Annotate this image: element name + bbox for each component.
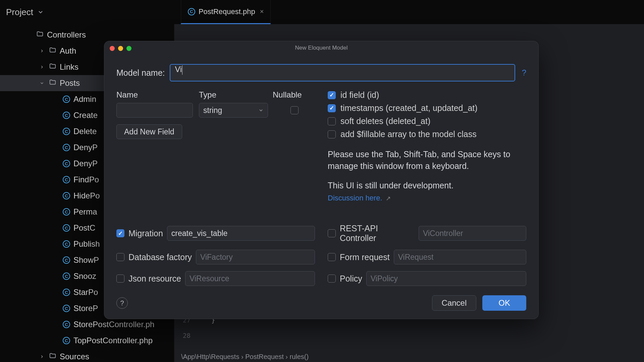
dev-note: This UI is still under development. (328, 181, 526, 190)
policy-checkbox[interactable] (328, 275, 336, 283)
dialog-title: New Eloquent Model (295, 45, 348, 51)
chevron-right-icon[interactable] (38, 65, 46, 69)
tree-item-controllers[interactable]: Controllers (0, 27, 174, 43)
timestamps-checkbox[interactable] (328, 104, 336, 112)
policy-input[interactable] (366, 271, 526, 286)
field-name-input[interactable] (116, 103, 193, 118)
window-controls[interactable] (110, 46, 131, 51)
breadcrumb[interactable]: \App\Http\Requests › PostRequest › rules… (181, 353, 309, 361)
class-icon: C (188, 8, 195, 15)
tree-item-label: Sources (60, 352, 89, 361)
class-icon: C (63, 240, 70, 248)
class-icon: C (63, 321, 70, 328)
new-eloquent-model-dialog: New Eloquent Model Model name: Vi ? Name… (104, 41, 539, 319)
json-resource-checkbox[interactable] (116, 275, 124, 283)
class-icon: C (63, 256, 70, 264)
tree-item-label: Links (60, 62, 78, 72)
soft-deletes-label: soft deletes (deleted_at) (340, 116, 430, 126)
close-icon[interactable]: × (260, 8, 264, 15)
cancel-button[interactable]: Cancel (432, 295, 477, 311)
form-request-input[interactable] (394, 250, 526, 264)
chevron-right-icon[interactable] (38, 354, 46, 359)
chevron-right-icon[interactable] (38, 49, 46, 53)
project-dropdown[interactable]: Project (0, 7, 50, 17)
folder-icon (36, 30, 44, 40)
tree-item-label: HidePo (73, 191, 100, 200)
help-button[interactable]: ? (116, 297, 128, 309)
model-name-label: Model name: (116, 68, 165, 78)
minimize-window-icon[interactable] (118, 46, 123, 51)
folder-icon (49, 78, 56, 88)
fillable-checkbox[interactable] (328, 130, 336, 138)
tree-item-sources[interactable]: Sources (0, 349, 174, 362)
tree-item-label: Delete (73, 127, 97, 136)
rest-api-input[interactable] (419, 226, 526, 241)
class-icon: C (63, 208, 70, 216)
tree-item-label: Create (73, 111, 98, 120)
database-factory-checkbox[interactable] (116, 253, 124, 261)
ok-button[interactable]: OK (482, 295, 526, 311)
timestamps-label: timestamps (created_at, updated_at) (340, 103, 478, 113)
tree-item-label: DenyP (73, 159, 98, 168)
class-icon: C (63, 273, 70, 280)
database-factory-input[interactable] (196, 250, 315, 264)
chevron-down-icon[interactable] (38, 81, 46, 85)
class-icon: C (63, 224, 70, 232)
tree-item-label: StorePostController.ph (73, 320, 154, 329)
rest-api-checkbox[interactable] (328, 229, 336, 237)
json-resource-label: Json resource (128, 274, 181, 284)
tree-item-label: Admin (73, 95, 96, 104)
tree-item-label: Controllers (47, 30, 86, 40)
class-icon: C (63, 144, 70, 151)
tree-item-label: ShowP (73, 255, 99, 265)
tree-item-label: Perma (73, 207, 97, 217)
class-icon: C (63, 337, 70, 344)
maximize-window-icon[interactable] (126, 46, 131, 51)
project-label: Project (6, 7, 33, 17)
tree-item-label: Auth (60, 46, 76, 56)
tree-item-label: StarPo (73, 288, 98, 297)
id-field-label: id field (id) (340, 90, 379, 100)
folder-icon (49, 46, 56, 56)
class-icon: C (63, 112, 70, 119)
id-field-checkbox[interactable] (328, 91, 336, 99)
col-nullable-header: Nullable (273, 90, 316, 100)
fields-panel: Name Type Nullable string Add New Field (116, 90, 321, 222)
tree-item-label: StoreP (73, 304, 98, 313)
nullable-checkbox[interactable] (290, 106, 299, 114)
folder-icon (49, 62, 56, 72)
close-window-icon[interactable] (110, 46, 115, 51)
tree-item-label: Posts (60, 78, 80, 88)
policy-label: Policy (340, 274, 362, 284)
keyboard-hint: Please use the Tab, Shift-Tab, and Space… (328, 148, 526, 172)
tab-filename: PostRequest.php (199, 7, 255, 16)
col-name-header: Name (116, 90, 199, 100)
class-icon: C (63, 160, 70, 167)
database-factory-label: Database factory (128, 252, 192, 262)
tree-item-label: Snooz (73, 272, 96, 281)
chevron-down-icon (37, 9, 44, 15)
class-icon: C (63, 176, 70, 183)
tree-item-label: PostC (73, 223, 95, 233)
discussion-link[interactable]: Discussion here. (328, 194, 382, 202)
tree-item-label: DenyP (73, 143, 98, 152)
folder-icon (49, 352, 56, 361)
form-request-checkbox[interactable] (328, 253, 336, 261)
migration-checkbox[interactable] (116, 229, 124, 237)
migration-input[interactable] (167, 226, 315, 241)
add-new-field-button[interactable]: Add New Field (116, 124, 182, 139)
col-type-header: Type (199, 90, 273, 100)
model-name-input[interactable]: Vi (170, 64, 515, 81)
editor-tab[interactable]: C PostRequest.php × (181, 0, 271, 24)
help-icon[interactable]: ? (522, 68, 526, 77)
class-icon: C (63, 305, 70, 312)
external-link-icon: ↗ (386, 195, 391, 202)
soft-deletes-checkbox[interactable] (328, 117, 336, 125)
class-icon: C (63, 289, 70, 296)
json-resource-input[interactable] (185, 271, 315, 286)
tree-item-label: TopPostController.php (73, 336, 153, 345)
field-type-select[interactable]: string (199, 103, 268, 118)
tree-item-toppostcontroller-php[interactable]: CTopPostController.php (0, 333, 174, 349)
form-request-label: Form request (340, 252, 390, 262)
fillable-label: add $fillable array to the model class (340, 129, 477, 139)
